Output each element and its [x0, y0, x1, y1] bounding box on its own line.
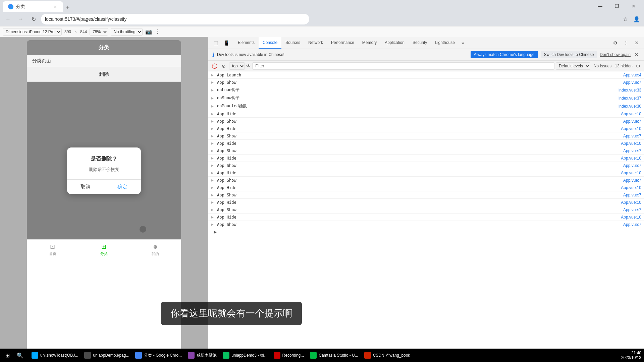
log-row[interactable]: ▶ onShow钩子 index.vue:37: [208, 94, 644, 102]
zoom-select[interactable]: 78%: [90, 28, 108, 36]
tab-memory[interactable]: Memory: [358, 37, 381, 49]
tab-security[interactable]: Security: [409, 37, 431, 49]
log-source[interactable]: App.vue:7: [623, 134, 641, 138]
more-options-icon[interactable]: ⋮: [155, 28, 160, 35]
log-row[interactable]: ▶ App Show App.vue:7: [208, 221, 644, 228]
tab-application[interactable]: Application: [381, 37, 409, 49]
log-source[interactable]: App.vue:7: [623, 148, 641, 153]
dimensions-select[interactable]: Dimensions: iPhone 12 Pro: [3, 28, 62, 36]
taskbar-app-item[interactable]: uniappDemo3/pag...: [82, 350, 132, 361]
tab-close-button[interactable]: ✕: [52, 4, 58, 9]
url-bar[interactable]: localhost:5173/#/pages/classify/classify: [41, 14, 309, 24]
log-row[interactable]: ▶ App Show App.vue:7: [208, 206, 644, 214]
log-row[interactable]: ▶ App Show App.vue:7: [208, 191, 644, 199]
taskbar-app-item[interactable]: CSDN @wang_book: [362, 350, 413, 361]
log-row[interactable]: ▶ App Hide App.vue:10: [208, 155, 644, 162]
settings-button[interactable]: ⚙: [610, 38, 620, 48]
log-source[interactable]: App.vue:10: [621, 200, 641, 205]
new-tab-button[interactable]: +: [63, 3, 72, 12]
refresh-button[interactable]: ↻: [28, 14, 39, 24]
log-source[interactable]: App.vue:10: [621, 185, 641, 190]
log-source[interactable]: App.vue:7: [623, 222, 641, 227]
log-source[interactable]: App.vue:7: [623, 193, 641, 197]
minimize-button[interactable]: —: [592, 1, 608, 11]
console-settings-icon[interactable]: ⚙: [634, 62, 642, 70]
devtools-more-button[interactable]: ⋮: [621, 38, 631, 48]
taskbar-app-item[interactable]: uni.showToast(OBJ...: [29, 350, 81, 361]
log-row[interactable]: ▶ App Hide App.vue:10: [208, 184, 644, 191]
log-row[interactable]: ▶ App Show App.vue:7: [208, 118, 644, 125]
taskbar-app-item[interactable]: Camtasia Studio - U...: [307, 350, 361, 361]
nav-profile-item[interactable]: ☻ 我的: [130, 240, 181, 259]
log-source[interactable]: App.vue:4: [623, 73, 641, 77]
filter-input[interactable]: [252, 62, 554, 70]
screenshot-icon[interactable]: 📷: [145, 28, 152, 35]
log-row[interactable]: ▶ App Hide App.vue:10: [208, 110, 644, 118]
search-button[interactable]: 🔍: [14, 349, 26, 361]
delete-button[interactable]: 删除: [99, 71, 109, 77]
log-source[interactable]: App.vue:7: [623, 178, 641, 183]
eye-icon[interactable]: 👁: [246, 63, 251, 69]
nav-home-item[interactable]: ⊡ 首页: [27, 240, 78, 259]
taskbar-app-item[interactable]: 威斯木壁纸: [185, 350, 219, 361]
log-expand-row[interactable]: ▶: [208, 228, 644, 236]
log-row[interactable]: ▶ App Show App.vue:7: [208, 79, 644, 86]
log-row[interactable]: ▶ App Show App.vue:7: [208, 147, 644, 155]
taskbar-app-item[interactable]: Recording...: [271, 350, 307, 361]
tab-sources[interactable]: Sources: [281, 37, 304, 49]
log-row[interactable]: ▶ App Show App.vue:7: [208, 132, 644, 140]
log-row[interactable]: ▶ onMounted函数 index.vue:30: [208, 102, 644, 110]
log-source[interactable]: App.vue:10: [621, 171, 641, 175]
switch-to-chinese-button[interactable]: Switch DevTools to Chinese: [541, 51, 597, 58]
dialog-cancel-button[interactable]: 取消: [67, 180, 104, 194]
log-source[interactable]: App.vue:10: [621, 126, 641, 131]
tab-lighthouse[interactable]: Lighthouse: [431, 37, 459, 49]
nav-classify-item[interactable]: ⊞ 分类: [78, 240, 129, 259]
filter-icon[interactable]: ⊘: [220, 62, 228, 70]
log-source[interactable]: App.vue:10: [621, 215, 641, 220]
log-source[interactable]: index.vue:30: [619, 104, 641, 109]
maximize-button[interactable]: ❐: [609, 1, 625, 11]
close-button[interactable]: ✕: [626, 1, 641, 11]
log-row[interactable]: ▶ App Hide App.vue:10: [208, 169, 644, 177]
log-source[interactable]: App.vue:7: [623, 207, 641, 212]
bookmark-icon[interactable]: ☆: [621, 14, 630, 24]
log-row[interactable]: ▶ App Hide App.vue:10: [208, 214, 644, 221]
device-toolbar-icon[interactable]: 📱: [222, 38, 231, 48]
taskbar-app-item[interactable]: uniappDemo3 - 微...: [220, 350, 270, 361]
forward-button[interactable]: →: [15, 14, 26, 24]
inspect-element-icon[interactable]: ⬚: [211, 38, 220, 48]
log-source[interactable]: App.vue:7: [623, 80, 641, 85]
log-source[interactable]: App.vue:7: [623, 163, 641, 168]
log-source[interactable]: index.vue:33: [619, 88, 641, 93]
log-row[interactable]: ▶ App Hide App.vue:10: [208, 140, 644, 147]
log-row[interactable]: ▶ onLoad钩子 index.vue:33: [208, 86, 644, 94]
dialog-confirm-button[interactable]: 确定: [104, 180, 141, 194]
throttle-select[interactable]: No throttling: [111, 28, 143, 36]
log-source[interactable]: App.vue:10: [621, 156, 641, 161]
taskbar-app-item[interactable]: 分类 - Google Chro...: [132, 350, 184, 361]
start-button[interactable]: ⊞: [1, 349, 13, 361]
tab-more-icon[interactable]: »: [459, 37, 467, 49]
profile-icon[interactable]: 👤: [632, 14, 641, 24]
devtools-close-button[interactable]: ✕: [632, 38, 641, 48]
log-source[interactable]: App.vue:10: [621, 112, 641, 116]
context-select[interactable]: top: [229, 62, 245, 70]
log-row[interactable]: ▶ App Hide App.vue:10: [208, 125, 644, 132]
expand-arrow[interactable]: ▶: [214, 230, 217, 234]
tab-elements[interactable]: Elements: [234, 37, 259, 49]
log-row[interactable]: ▶ App Hide App.vue:10: [208, 199, 644, 206]
active-tab[interactable]: 🌐 分类 ✕: [3, 1, 63, 12]
log-source[interactable]: App.vue:10: [621, 141, 641, 146]
match-language-button[interactable]: Always match Chrome's language: [471, 51, 538, 58]
tab-network[interactable]: Network: [304, 37, 327, 49]
log-row[interactable]: ▶ App Show App.vue:7: [208, 162, 644, 169]
log-source[interactable]: index.vue:37: [619, 96, 641, 101]
dont-show-again-link[interactable]: Don't show again: [600, 52, 631, 57]
back-button[interactable]: ←: [3, 14, 13, 24]
log-row[interactable]: ▶ App Launch App.vue:4: [208, 71, 644, 79]
log-source[interactable]: App.vue:7: [623, 119, 641, 124]
notification-close-button[interactable]: ✕: [633, 51, 640, 58]
log-row[interactable]: ▶ App Show App.vue:7: [208, 177, 644, 184]
tab-performance[interactable]: Performance: [327, 37, 358, 49]
